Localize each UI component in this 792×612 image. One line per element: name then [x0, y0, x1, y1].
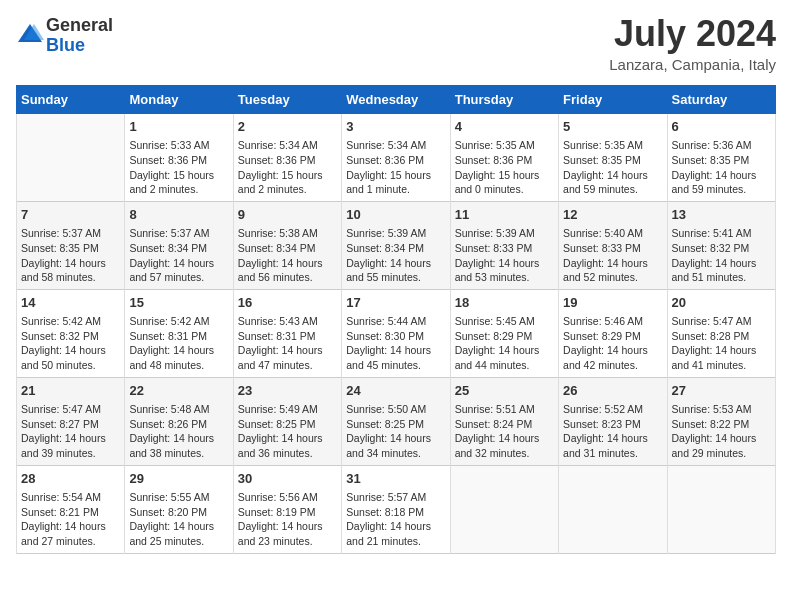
day-number: 28 — [21, 470, 120, 488]
day-number: 2 — [238, 118, 337, 136]
day-number: 24 — [346, 382, 445, 400]
day-number: 25 — [455, 382, 554, 400]
day-info: Sunrise: 5:33 AM Sunset: 8:36 PM Dayligh… — [129, 138, 228, 197]
day-info: Sunrise: 5:35 AM Sunset: 8:35 PM Dayligh… — [563, 138, 662, 197]
calendar-cell — [17, 114, 125, 202]
day-info: Sunrise: 5:50 AM Sunset: 8:25 PM Dayligh… — [346, 402, 445, 461]
calendar-cell: 8Sunrise: 5:37 AM Sunset: 8:34 PM Daylig… — [125, 201, 233, 289]
day-number: 16 — [238, 294, 337, 312]
month-title: July 2024 — [609, 16, 776, 52]
day-info: Sunrise: 5:42 AM Sunset: 8:31 PM Dayligh… — [129, 314, 228, 373]
calendar-cell: 7Sunrise: 5:37 AM Sunset: 8:35 PM Daylig… — [17, 201, 125, 289]
calendar-cell — [559, 465, 667, 553]
calendar-cell: 19Sunrise: 5:46 AM Sunset: 8:29 PM Dayli… — [559, 289, 667, 377]
day-info: Sunrise: 5:48 AM Sunset: 8:26 PM Dayligh… — [129, 402, 228, 461]
location: Lanzara, Campania, Italy — [609, 56, 776, 73]
day-number: 18 — [455, 294, 554, 312]
header-tuesday: Tuesday — [233, 86, 341, 114]
logo-general-text: General — [46, 15, 113, 35]
day-info: Sunrise: 5:39 AM Sunset: 8:33 PM Dayligh… — [455, 226, 554, 285]
header-sunday: Sunday — [17, 86, 125, 114]
calendar-cell: 20Sunrise: 5:47 AM Sunset: 8:28 PM Dayli… — [667, 289, 775, 377]
day-number: 21 — [21, 382, 120, 400]
day-info: Sunrise: 5:56 AM Sunset: 8:19 PM Dayligh… — [238, 490, 337, 549]
calendar-cell: 2Sunrise: 5:34 AM Sunset: 8:36 PM Daylig… — [233, 114, 341, 202]
day-info: Sunrise: 5:47 AM Sunset: 8:27 PM Dayligh… — [21, 402, 120, 461]
day-number: 26 — [563, 382, 662, 400]
header-thursday: Thursday — [450, 86, 558, 114]
day-info: Sunrise: 5:38 AM Sunset: 8:34 PM Dayligh… — [238, 226, 337, 285]
calendar-cell: 21Sunrise: 5:47 AM Sunset: 8:27 PM Dayli… — [17, 377, 125, 465]
calendar-cell: 13Sunrise: 5:41 AM Sunset: 8:32 PM Dayli… — [667, 201, 775, 289]
day-info: Sunrise: 5:55 AM Sunset: 8:20 PM Dayligh… — [129, 490, 228, 549]
calendar-cell: 27Sunrise: 5:53 AM Sunset: 8:22 PM Dayli… — [667, 377, 775, 465]
day-info: Sunrise: 5:52 AM Sunset: 8:23 PM Dayligh… — [563, 402, 662, 461]
week-row-5: 28Sunrise: 5:54 AM Sunset: 8:21 PM Dayli… — [17, 465, 776, 553]
day-info: Sunrise: 5:34 AM Sunset: 8:36 PM Dayligh… — [346, 138, 445, 197]
day-info: Sunrise: 5:39 AM Sunset: 8:34 PM Dayligh… — [346, 226, 445, 285]
calendar-cell: 12Sunrise: 5:40 AM Sunset: 8:33 PM Dayli… — [559, 201, 667, 289]
calendar-cell: 10Sunrise: 5:39 AM Sunset: 8:34 PM Dayli… — [342, 201, 450, 289]
day-number: 22 — [129, 382, 228, 400]
header-wednesday: Wednesday — [342, 86, 450, 114]
calendar-cell: 3Sunrise: 5:34 AM Sunset: 8:36 PM Daylig… — [342, 114, 450, 202]
calendar-cell: 29Sunrise: 5:55 AM Sunset: 8:20 PM Dayli… — [125, 465, 233, 553]
calendar-cell — [450, 465, 558, 553]
day-number: 14 — [21, 294, 120, 312]
day-number: 13 — [672, 206, 771, 224]
calendar-cell: 17Sunrise: 5:44 AM Sunset: 8:30 PM Dayli… — [342, 289, 450, 377]
day-info: Sunrise: 5:40 AM Sunset: 8:33 PM Dayligh… — [563, 226, 662, 285]
day-number: 30 — [238, 470, 337, 488]
title-section: July 2024 Lanzara, Campania, Italy — [609, 16, 776, 73]
day-number: 8 — [129, 206, 228, 224]
day-number: 4 — [455, 118, 554, 136]
calendar-table: SundayMondayTuesdayWednesdayThursdayFrid… — [16, 85, 776, 554]
day-number: 11 — [455, 206, 554, 224]
calendar-cell: 16Sunrise: 5:43 AM Sunset: 8:31 PM Dayli… — [233, 289, 341, 377]
day-info: Sunrise: 5:35 AM Sunset: 8:36 PM Dayligh… — [455, 138, 554, 197]
day-number: 27 — [672, 382, 771, 400]
day-number: 19 — [563, 294, 662, 312]
day-number: 20 — [672, 294, 771, 312]
day-info: Sunrise: 5:43 AM Sunset: 8:31 PM Dayligh… — [238, 314, 337, 373]
week-row-3: 14Sunrise: 5:42 AM Sunset: 8:32 PM Dayli… — [17, 289, 776, 377]
calendar-cell: 18Sunrise: 5:45 AM Sunset: 8:29 PM Dayli… — [450, 289, 558, 377]
day-info: Sunrise: 5:42 AM Sunset: 8:32 PM Dayligh… — [21, 314, 120, 373]
calendar-cell: 28Sunrise: 5:54 AM Sunset: 8:21 PM Dayli… — [17, 465, 125, 553]
calendar-cell: 6Sunrise: 5:36 AM Sunset: 8:35 PM Daylig… — [667, 114, 775, 202]
day-number: 12 — [563, 206, 662, 224]
calendar-cell: 14Sunrise: 5:42 AM Sunset: 8:32 PM Dayli… — [17, 289, 125, 377]
calendar-cell: 25Sunrise: 5:51 AM Sunset: 8:24 PM Dayli… — [450, 377, 558, 465]
week-row-4: 21Sunrise: 5:47 AM Sunset: 8:27 PM Dayli… — [17, 377, 776, 465]
day-info: Sunrise: 5:37 AM Sunset: 8:35 PM Dayligh… — [21, 226, 120, 285]
logo-icon — [16, 20, 44, 48]
day-number: 9 — [238, 206, 337, 224]
day-info: Sunrise: 5:49 AM Sunset: 8:25 PM Dayligh… — [238, 402, 337, 461]
day-number: 3 — [346, 118, 445, 136]
day-number: 7 — [21, 206, 120, 224]
day-number: 1 — [129, 118, 228, 136]
day-info: Sunrise: 5:51 AM Sunset: 8:24 PM Dayligh… — [455, 402, 554, 461]
page-header: General Blue July 2024 Lanzara, Campania… — [16, 16, 776, 73]
day-info: Sunrise: 5:54 AM Sunset: 8:21 PM Dayligh… — [21, 490, 120, 549]
day-number: 17 — [346, 294, 445, 312]
day-info: Sunrise: 5:53 AM Sunset: 8:22 PM Dayligh… — [672, 402, 771, 461]
day-number: 23 — [238, 382, 337, 400]
logo-blue-text: Blue — [46, 35, 85, 55]
calendar-cell: 9Sunrise: 5:38 AM Sunset: 8:34 PM Daylig… — [233, 201, 341, 289]
header-monday: Monday — [125, 86, 233, 114]
day-info: Sunrise: 5:34 AM Sunset: 8:36 PM Dayligh… — [238, 138, 337, 197]
week-row-1: 1Sunrise: 5:33 AM Sunset: 8:36 PM Daylig… — [17, 114, 776, 202]
calendar-cell: 26Sunrise: 5:52 AM Sunset: 8:23 PM Dayli… — [559, 377, 667, 465]
day-number: 10 — [346, 206, 445, 224]
day-info: Sunrise: 5:41 AM Sunset: 8:32 PM Dayligh… — [672, 226, 771, 285]
week-row-2: 7Sunrise: 5:37 AM Sunset: 8:35 PM Daylig… — [17, 201, 776, 289]
day-number: 29 — [129, 470, 228, 488]
calendar-cell: 31Sunrise: 5:57 AM Sunset: 8:18 PM Dayli… — [342, 465, 450, 553]
day-number: 15 — [129, 294, 228, 312]
day-info: Sunrise: 5:44 AM Sunset: 8:30 PM Dayligh… — [346, 314, 445, 373]
calendar-cell: 23Sunrise: 5:49 AM Sunset: 8:25 PM Dayli… — [233, 377, 341, 465]
header-row: SundayMondayTuesdayWednesdayThursdayFrid… — [17, 86, 776, 114]
calendar-cell: 24Sunrise: 5:50 AM Sunset: 8:25 PM Dayli… — [342, 377, 450, 465]
calendar-cell: 4Sunrise: 5:35 AM Sunset: 8:36 PM Daylig… — [450, 114, 558, 202]
